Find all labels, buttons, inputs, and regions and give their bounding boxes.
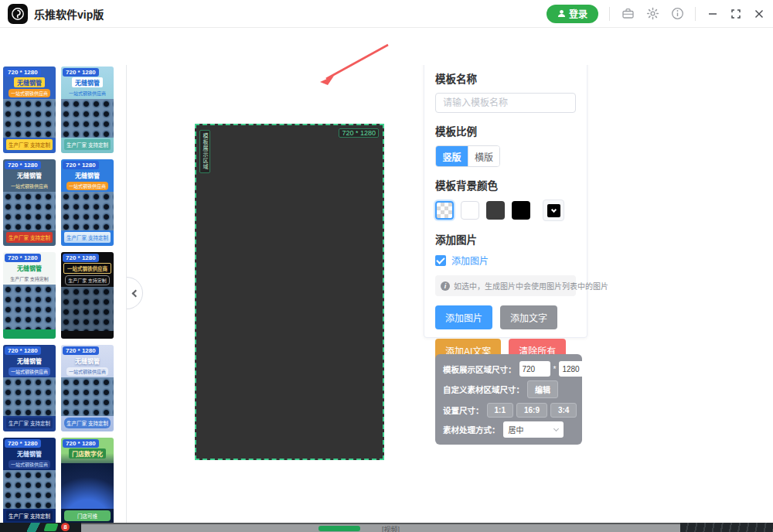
template-thumbnail-5[interactable]: 720 * 1280 无缝钢管 生产厂家 支持定制 [3, 252, 56, 339]
thumb-bottom-text [64, 332, 111, 336]
canvas-size-label: 720 * 1280 [339, 128, 379, 138]
sidebar-collapse-button[interactable] [127, 277, 143, 309]
ratio-vertical-button[interactable]: 竖版 [436, 146, 468, 166]
thumb-subtitle: 一站式钢铁供应商 [9, 460, 50, 469]
color-picker-preview [547, 204, 560, 217]
thumb-subtitle: 一站式钢铁供应商 [66, 182, 108, 190]
thumb-subtitle: 一站式钢铁供应商 [9, 367, 50, 376]
width-input[interactable] [519, 361, 550, 377]
thumb-subtitle: 生产厂家 支持定制 [65, 275, 110, 285]
green-shape [43, 523, 58, 531]
ratio-heading: 模板比例 [435, 123, 576, 138]
info-banner: 如选中，生成图片中会使用图片列表中的图片 [435, 275, 576, 296]
template-thumbnail-8[interactable]: 720 * 1280 无缝钢管 一站式钢铁供应商 生产厂家 支持定制 [61, 345, 114, 431]
size-badge: 720 * 1280 [63, 254, 99, 262]
close-button[interactable] [753, 8, 765, 20]
chevron-down-icon [550, 206, 556, 212]
ratio-horizontal-button[interactable]: 横版 [468, 146, 499, 166]
bg-color-transparent-swatch[interactable] [435, 201, 454, 220]
edit-button[interactable]: 编辑 [527, 380, 558, 398]
size-badge: 720 * 1280 [63, 346, 99, 355]
thumb-title: 无缝钢管 [14, 170, 45, 180]
canvas-area-label: 模板展示区域 [199, 130, 210, 173]
green-pill [318, 526, 360, 531]
notification-badge: 8 [61, 523, 70, 531]
video-tag: [视频] [382, 524, 400, 532]
thumb-bottom-text: 门店可维 [64, 510, 111, 521]
steel-pipes-photo [61, 99, 114, 138]
chevron-left-icon [132, 289, 140, 297]
template-name-heading: 模板名称 [435, 70, 576, 86]
maximize-button[interactable] [730, 8, 742, 20]
template-canvas[interactable]: 720 * 1280 模板展示区域 [195, 124, 384, 460]
checkbox-checked-icon [435, 255, 446, 266]
chevron-down-icon [553, 426, 558, 431]
earth-space-photo [61, 463, 114, 509]
ratio-16-9-button[interactable]: 16:9 [516, 403, 547, 418]
bg-color-picker[interactable] [543, 200, 564, 221]
background-video-sliver: 8 [0, 523, 81, 532]
template-thumbnail-6[interactable]: 720 * 1280 一站式钢铁供应商 生产厂家 支持定制 [61, 252, 114, 339]
template-sidebar: 720 * 1280 无缝钢管 一站式钢铁供应商 生产厂家 支持定制 720 *… [0, 65, 127, 523]
toolbar [0, 28, 773, 65]
ratio-1-1-button[interactable]: 1:1 [487, 403, 513, 418]
ratio-3-4-button[interactable]: 3:4 [550, 403, 577, 418]
bulb-logo-icon [11, 7, 25, 21]
bg-color-black-swatch[interactable] [512, 201, 530, 220]
thumb-title: 门店数字化 [69, 448, 106, 459]
process-mode-label: 素材处理方式： [443, 424, 500, 435]
thumb-bottom-text: 生产厂家 支持定制 [6, 510, 53, 521]
titlebar: 乐推软件vip版 登录 [0, 0, 773, 28]
steel-pipes-photo [3, 192, 56, 230]
user-icon [557, 9, 566, 18]
size-badge: 720 * 1280 [5, 161, 41, 169]
template-settings-panel: 模板名称 模板比例 竖版 横版 模板背景颜色 添加图片 添加图片 [424, 60, 587, 338]
template-thumbnail-1[interactable]: 720 * 1280 无缝钢管 一站式钢铁供应商 生产厂家 支持定制 [3, 66, 56, 153]
template-thumbnail-3[interactable]: 720 * 1280 无缝钢管 一站式钢铁供应商 生产厂家 支持定制 [3, 159, 56, 246]
display-size-label: 模板展示区域尺寸： [443, 363, 516, 375]
bg-color-darkgray-swatch[interactable] [486, 201, 505, 220]
background-window-strip: 8 [视频] [0, 523, 773, 532]
steel-pipes-photo [3, 377, 56, 416]
template-thumbnail-10[interactable]: 720 * 1280 门店数字化 门店可维 [61, 438, 114, 524]
toolbox-icon[interactable] [621, 7, 635, 21]
size-settings-panel: 模板展示区域尺寸： * 自定义素材区域尺寸： 编辑 设置尺寸： 1:1 16:9… [435, 354, 582, 445]
template-name-input[interactable] [435, 93, 576, 113]
info-icon[interactable] [670, 7, 684, 21]
template-thumbnail-7[interactable]: 720 * 1280 无缝钢管 一站式钢铁供应商 生产厂家 支持定制 [3, 345, 56, 431]
size-badge: 720 * 1280 [63, 161, 99, 169]
app-logo [8, 4, 28, 24]
thumb-bottom-text: 生产厂家 支持定制 [6, 418, 53, 428]
size-badge: 720 * 1280 [63, 439, 99, 448]
thumb-title: 无缝钢管 [14, 356, 45, 366]
process-mode-select[interactable]: 居中 [503, 421, 564, 438]
template-thumbnail-2[interactable]: 720 * 1280 无缝钢管 一站式钢铁供应商 生产厂家 支持定制 [61, 66, 114, 153]
thumb-bottom-text: 生产厂家 支持定制 [64, 139, 111, 150]
template-thumbnail-4[interactable]: 720 * 1280 无缝钢管 一站式钢铁供应商 生产厂家 支持定制 [61, 159, 114, 246]
thumb-subtitle: 一站式钢铁供应商 [9, 89, 50, 97]
thumb-bottom-text: 生产厂家 支持定制 [6, 139, 53, 150]
add-image-button[interactable]: 添加图片 [435, 305, 492, 329]
size-badge: 720 * 1280 [63, 68, 99, 77]
add-image-heading: 添加图片 [435, 231, 576, 247]
process-mode-value: 居中 [509, 424, 524, 435]
thumb-title: 无缝钢管 [72, 170, 103, 180]
gear-icon[interactable] [645, 7, 659, 21]
height-input[interactable] [559, 361, 587, 377]
size-badge: 720 * 1280 [5, 439, 41, 448]
steel-pipes-photo [3, 470, 56, 509]
bg-color-white-swatch[interactable] [461, 201, 479, 220]
thumb-bottom-text [3, 329, 56, 339]
login-button[interactable]: 登录 [547, 5, 598, 23]
info-icon [441, 281, 450, 291]
size-badge: 720 * 1280 [5, 254, 41, 262]
thumb-title: 无缝钢管 [72, 77, 103, 87]
multiply-sign: * [553, 365, 557, 373]
add-image-checkbox[interactable]: 添加图片 [435, 254, 576, 267]
steel-pipes-photo [61, 287, 114, 331]
minimize-button[interactable] [707, 8, 719, 20]
thumb-subtitle: 一站式钢铁供应商 [66, 89, 108, 97]
add-text-button[interactable]: 添加文字 [500, 305, 557, 329]
template-grid: 720 * 1280 无缝钢管 一站式钢铁供应商 生产厂家 支持定制 720 *… [0, 65, 126, 524]
template-thumbnail-9[interactable]: 720 * 1280 无缝钢管 一站式钢铁供应商 生产厂家 支持定制 [3, 438, 56, 524]
